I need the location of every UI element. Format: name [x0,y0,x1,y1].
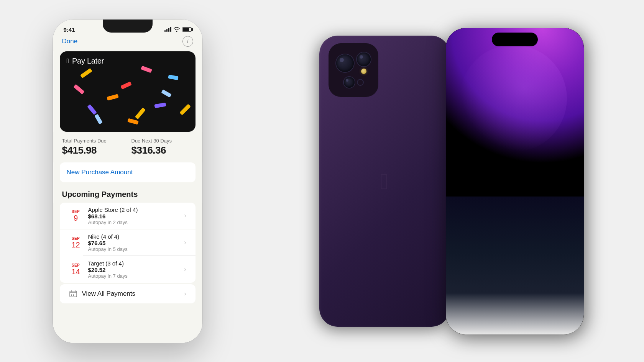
apple-logo-back:  [380,168,389,194]
due-next-label: Due Next 30 Days [131,138,193,144]
status-icons [164,27,192,32]
pay-later-title: Pay Later [72,57,104,66]
wifi-icon [174,27,180,32]
payment-details: Nike (4 of 4) $76.65 Autopay in 5 days [88,233,179,252]
svg-rect-6 [71,295,72,296]
date-badge: SEP 14 [69,263,83,276]
card-header:  Pay Later [60,51,196,69]
payment-item[interactable]: SEP 9 Apple Store (2 of 4) $68.16 Autopa… [60,203,196,229]
confetti-piece [127,118,139,125]
payment-details: Apple Store (2 of 4) $68.16 Autopay in 2… [88,206,179,225]
total-label: Total Payments Due [62,138,124,144]
merchant-name: Apple Store (2 of 4) [88,206,179,213]
svg-rect-5 [73,294,74,295]
nav-bar: Done i [53,33,202,51]
date-badge: SEP 12 [69,236,83,249]
calendar-icon [69,290,77,298]
info-button[interactable]: i [182,36,193,47]
payment-price: $68.16 [88,213,179,219]
date-month: SEP [72,210,80,214]
total-amount: $415.98 [62,144,124,156]
date-badge: SEP 9 [69,210,83,222]
flash [361,69,366,74]
view-all-text: View All Payments [82,290,180,298]
screen-top-gradient [446,28,584,197]
apple-logo:  [67,57,69,65]
due-next-amount: $316.36 [131,144,193,156]
confetti-piece [120,81,132,89]
svg-rect-4 [71,294,72,295]
upcoming-payments-title: Upcoming Payments [53,182,202,203]
iphone-front [446,28,584,334]
ultra-wide-lens [357,52,371,66]
new-purchase-text: New Purchase Amount [67,169,133,176]
iphone-back:  [319,36,450,327]
payment-details: Target (3 of 4) $20.52 Autopay in 7 days [88,260,179,279]
date-day: 14 [71,267,80,276]
camera-module [329,43,378,97]
payment-item[interactable]: SEP 12 Nike (4 of 4) $76.65 Autopay in 5… [60,229,196,256]
merchant-name: Nike (4 of 4) [88,233,179,240]
view-all-chevron: › [184,290,186,297]
new-purchase-row[interactable]: New Purchase Amount [60,162,196,182]
lidar-sensor [358,80,363,85]
confetti-piece [161,89,172,98]
autopay-label: Autopay in 7 days [88,273,179,279]
confetti-piece [80,68,92,79]
date-month: SEP [72,236,80,241]
payment-chevron: › [184,239,186,246]
date-day: 12 [71,241,80,249]
autopay-label: Autopay in 5 days [88,246,179,252]
autopay-label: Autopay in 2 days [88,219,179,225]
due-next-col: Due Next 30 Days $316.36 [131,138,193,156]
left-phone: 9:41 Done i [53,20,202,343]
confetti-piece [135,108,146,120]
date-month: SEP [72,263,80,267]
payment-summary: Total Payments Due $415.98 Due Next 30 D… [53,132,202,162]
main-lens [336,54,354,72]
dynamic-island [492,33,538,46]
screen-bottom-gradient [446,197,584,334]
merchant-name: Target (3 of 4) [88,260,179,267]
confetti-piece [107,94,119,100]
confetti-piece [154,102,166,108]
confetti-piece [179,104,191,115]
confetti-piece [168,74,178,80]
right-phones-section:  [308,20,591,343]
pay-later-card:  Pay Later [60,51,196,132]
battery-icon [182,27,192,32]
payment-price: $20.52 [88,267,179,273]
confetti-piece [73,84,84,95]
payments-list: SEP 9 Apple Store (2 of 4) $68.16 Autopa… [53,203,202,343]
date-day: 9 [74,214,78,222]
notch [103,20,153,33]
view-all-row[interactable]: View All Payments › [60,284,196,303]
signal-icon [164,27,171,32]
payment-chevron: › [184,212,186,219]
confetti-piece [94,114,103,124]
phone-screen [446,28,584,334]
payment-item[interactable]: SEP 14 Target (3 of 4) $20.52 Autopay in… [60,256,196,283]
status-time: 9:41 [64,26,75,33]
payment-price: $76.65 [88,240,179,246]
total-payments-col: Total Payments Due $415.98 [62,138,124,156]
done-button[interactable]: Done [62,38,78,45]
telephoto-lens [344,77,355,88]
confetti-piece [87,104,97,115]
svg-rect-7 [73,295,74,296]
payment-chevron: › [184,266,186,273]
